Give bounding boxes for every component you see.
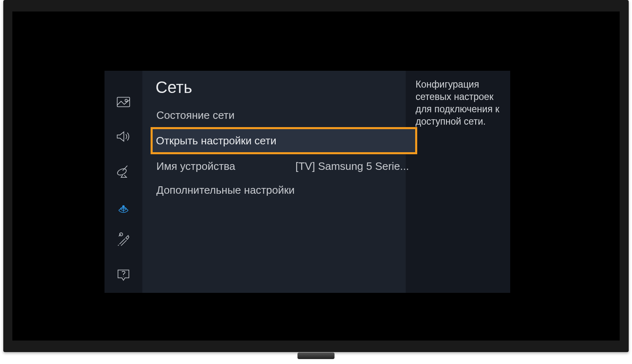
settings-panel: Сеть Состояние сети Открыть настройки се… [105,71,510,293]
page-title: Сеть [155,77,406,103]
svg-point-1 [125,99,128,102]
menu-item-expert-settings[interactable]: Дополнительные настройки [151,178,417,202]
tv-stand [297,352,335,359]
svg-point-5 [123,276,124,277]
tv-frame: Сеть Состояние сети Открыть настройки се… [3,0,629,352]
menu-item-label: Дополнительные настройки [152,184,295,197]
picture-icon[interactable] [115,95,132,109]
settings-sidebar [105,71,142,293]
menu-item-value: [TV] Samsung 5 Serie... [295,160,409,173]
menu-item-label: Имя устройства [152,160,235,173]
sound-icon[interactable] [115,129,132,144]
settings-help-panel: Конфигурация сетевых настроек для подклю… [406,71,510,293]
menu-item-open-network-settings[interactable]: Открыть настройки сети [151,127,417,154]
menu-item-label: Открыть настройки сети [153,134,276,147]
settings-main: Сеть Состояние сети Открыть настройки се… [142,71,406,293]
menu-item-label: Состояние сети [152,109,235,122]
broadcasting-icon[interactable] [115,164,132,179]
menu-item-device-name[interactable]: Имя устройства [TV] Samsung 5 Serie... [151,154,417,178]
network-icon[interactable] [115,198,132,213]
menu-item-network-status[interactable]: Состояние сети [151,103,417,127]
svg-point-2 [116,167,127,176]
support-icon[interactable] [115,267,132,282]
system-icon[interactable] [115,233,132,248]
tv-screen: Сеть Состояние сети Открыть настройки се… [12,12,620,341]
svg-rect-0 [117,97,130,107]
help-text: Конфигурация сетевых настроек для подклю… [416,78,506,128]
